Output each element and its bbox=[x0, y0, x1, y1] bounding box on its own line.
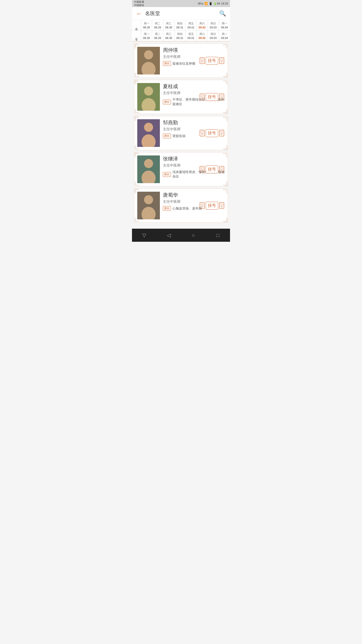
day-name: 周日 bbox=[210, 32, 216, 36]
pm-row: 下午 周一08.28周二08.29周三08.30周四08.31周五09.01周六… bbox=[132, 31, 230, 41]
corner-tr-decoration bbox=[223, 153, 227, 157]
day-name: 周四 bbox=[177, 32, 183, 36]
corner-bl-decoration bbox=[135, 218, 139, 222]
schedule-cell-0830[interactable]: 周三08.30 bbox=[163, 31, 174, 41]
schedule-cell-0828[interactable]: 周一08.28 bbox=[141, 20, 152, 30]
bottom-nav: ▽ ◁ ○ □ bbox=[132, 229, 230, 242]
svg-point-52 bbox=[221, 204, 223, 206]
corner-br-decoration bbox=[223, 218, 227, 222]
day-date: 08.28 bbox=[143, 26, 150, 29]
nav-recents-button[interactable]: □ bbox=[213, 232, 223, 239]
search-button[interactable]: 🔍 bbox=[219, 10, 226, 17]
svg-rect-18 bbox=[219, 94, 224, 100]
corner-tl-decoration bbox=[135, 189, 139, 193]
nav-back-button[interactable]: ◁ bbox=[164, 232, 174, 239]
svg-point-8 bbox=[221, 59, 223, 61]
header: ← 名医堂 🔍 bbox=[132, 7, 230, 20]
svg-point-41 bbox=[221, 167, 223, 170]
schedule-cell-0831[interactable]: 周四08.31 bbox=[174, 31, 186, 41]
doctor-name: 周仲瑛 bbox=[163, 47, 225, 54]
doctor-name: 唐蜀华 bbox=[163, 192, 225, 198]
schedule-cell-0901[interactable]: 周五09.01 bbox=[186, 20, 197, 30]
day-date: 09.03 bbox=[210, 36, 217, 39]
register-label: 挂号 bbox=[206, 166, 218, 173]
back-button[interactable]: ← bbox=[136, 11, 142, 17]
schedule-cell-0829[interactable]: 周二08.29 bbox=[152, 20, 163, 30]
am-days: 周一08.28周二08.29周三08.30周四08.31周五09.01周六09.… bbox=[141, 20, 230, 30]
day-date: 09.01 bbox=[188, 26, 195, 29]
doctor-photo bbox=[137, 119, 160, 147]
status-bar: 中国联通 中国移动 0K/s 📶 📱 🔋84 19:33 bbox=[132, 0, 230, 7]
register-button[interactable]: 挂号 bbox=[199, 202, 225, 210]
schedule-cell-0904[interactable]: 周一09.04 bbox=[219, 20, 230, 30]
specialty-badge: 擅长 bbox=[163, 61, 171, 66]
doctor-name: 张继泽 bbox=[163, 155, 225, 162]
schedule-cell-0903[interactable]: 周日09.03 bbox=[208, 20, 219, 30]
day-date: 08.31 bbox=[176, 36, 184, 39]
schedule-cell-0902[interactable]: 周六09.02 bbox=[197, 31, 208, 41]
register-button[interactable]: 挂号 bbox=[199, 93, 225, 101]
corner-bl-decoration bbox=[135, 145, 139, 149]
nav-home-button[interactable]: ○ bbox=[188, 232, 198, 239]
doctor-photo bbox=[137, 47, 160, 74]
svg-point-30 bbox=[221, 131, 223, 133]
register-icon bbox=[199, 202, 206, 210]
day-name: 周六 bbox=[199, 22, 205, 25]
register-icon-right bbox=[218, 57, 225, 65]
doctor-name: 夏桂成 bbox=[163, 83, 225, 90]
corner-tl-decoration bbox=[135, 117, 139, 121]
doctor-photo bbox=[137, 155, 160, 183]
register-button[interactable]: 挂号 bbox=[199, 165, 225, 173]
day-date: 08.29 bbox=[154, 36, 161, 39]
register-icon-right bbox=[218, 165, 225, 173]
corner-br-decoration bbox=[223, 145, 227, 149]
am-label: 上午 bbox=[132, 20, 141, 30]
day-name: 周三 bbox=[166, 32, 171, 36]
svg-point-48 bbox=[201, 204, 203, 206]
time-display: 19:33 bbox=[221, 2, 228, 5]
corner-tr-decoration bbox=[223, 189, 227, 193]
doctor-name: 邹燕勤 bbox=[163, 119, 225, 126]
carrier1: 中国联通 bbox=[134, 0, 144, 4]
schedule-cell-0829[interactable]: 周二08.29 bbox=[152, 31, 163, 41]
register-button[interactable]: 挂号 bbox=[199, 129, 225, 137]
schedule-cell-0830[interactable]: 周三08.30 bbox=[163, 20, 174, 30]
day-date: 09.04 bbox=[221, 36, 228, 39]
day-name: 周四 bbox=[177, 22, 183, 25]
corner-bl-decoration bbox=[135, 73, 139, 77]
svg-rect-51 bbox=[219, 203, 224, 209]
day-name: 周日 bbox=[210, 22, 216, 25]
doctor-photo bbox=[137, 192, 160, 219]
day-date: 09.01 bbox=[188, 36, 195, 39]
specialty-badge: 擅长 bbox=[163, 206, 171, 211]
corner-tl-decoration bbox=[135, 81, 139, 85]
schedule-cell-0904[interactable]: 周一09.04 bbox=[219, 31, 230, 41]
svg-point-26 bbox=[201, 131, 203, 133]
battery-icon: 🔋84 bbox=[213, 2, 220, 5]
register-button[interactable]: 挂号 bbox=[199, 57, 225, 65]
corner-tr-decoration bbox=[223, 117, 227, 121]
schedule-cell-0902[interactable]: 周六09.02 bbox=[197, 20, 208, 30]
doctor-photo bbox=[137, 83, 160, 111]
svg-point-37 bbox=[201, 167, 203, 170]
schedule-cell-0831[interactable]: 周四08.31 bbox=[174, 20, 186, 30]
svg-point-4 bbox=[201, 59, 203, 61]
register-icon-right bbox=[218, 202, 225, 210]
corner-br-decoration bbox=[223, 181, 227, 185]
corner-tr-decoration bbox=[223, 45, 227, 49]
svg-rect-36 bbox=[200, 166, 204, 173]
day-date: 08.29 bbox=[154, 26, 161, 29]
register-icon-right bbox=[218, 129, 225, 137]
schedule-cell-0903[interactable]: 周日09.03 bbox=[208, 31, 219, 41]
nav-down-button[interactable]: ▽ bbox=[139, 232, 149, 239]
svg-rect-25 bbox=[200, 130, 204, 136]
svg-rect-29 bbox=[219, 130, 224, 136]
schedule-cell-0828[interactable]: 周一08.28 bbox=[141, 31, 152, 41]
register-label: 挂号 bbox=[206, 57, 218, 65]
svg-rect-3 bbox=[200, 58, 204, 64]
corner-tr-decoration bbox=[223, 81, 227, 85]
svg-rect-47 bbox=[200, 203, 204, 209]
day-name: 周一 bbox=[222, 32, 227, 36]
schedule-cell-0901[interactable]: 周五09.01 bbox=[186, 31, 197, 41]
status-right: 0K/s 📶 📱 🔋84 19:33 bbox=[198, 2, 228, 5]
